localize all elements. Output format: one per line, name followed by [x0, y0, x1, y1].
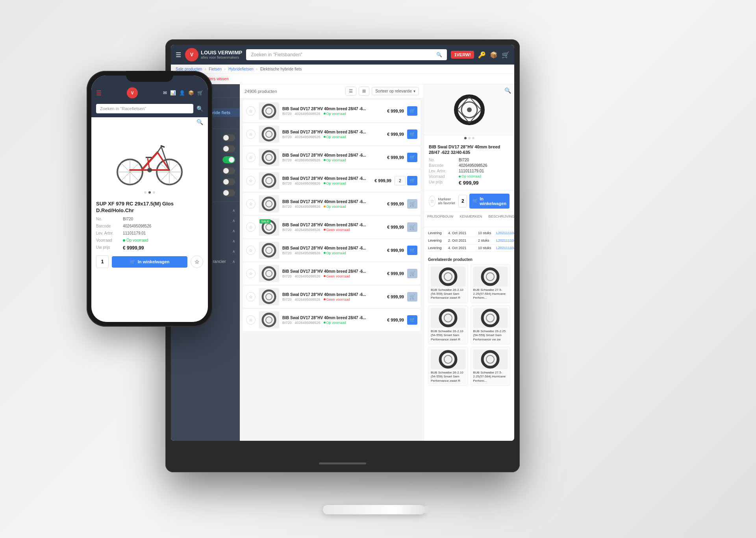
toggle-sale[interactable] [222, 156, 235, 163]
stock-indicator [324, 322, 326, 324]
product-sku: BI720 [282, 321, 292, 325]
product-qty[interactable]: 2 [395, 176, 406, 185]
related-card[interactable]: BUB Schwalbe 27.5-2.25(57-584) Hurricane… [471, 347, 511, 386]
tab-prijsopbouw[interactable]: PRIJSOPBOUW [424, 212, 457, 227]
tablet-cart-icon[interactable]: 🛒 [502, 51, 510, 59]
svg-point-44 [440, 269, 456, 285]
history-row: Levering 4. Oct 2021 10 stuks L202111104… [428, 244, 510, 252]
history-link[interactable]: L20211110414 [496, 238, 514, 242]
product-fav-btn[interactable]: ☆ [246, 129, 256, 139]
product-thumbnail [259, 288, 279, 305]
tablet-search-bar[interactable]: Zoeken in "Fietsbanden" 🔍 [246, 49, 447, 60]
chevron-down-icon: ∧ [232, 218, 235, 223]
product-cart-btn[interactable]: 🛒 [407, 292, 417, 301]
product-fav-btn[interactable]: ☆ [246, 246, 256, 255]
rp-favorite-button[interactable]: ☆ [429, 196, 435, 207]
rp-stock-badge: Op voorraad [459, 174, 481, 179]
product-cart-btn[interactable]: 🛒 [407, 176, 417, 185]
chart-icon[interactable]: 📊 [170, 90, 176, 96]
toggle-nieuw[interactable] [222, 178, 235, 185]
phone-cart-row: 1 🛒 In winkelwagen ☆ [96, 255, 203, 268]
toggle-favorieten[interactable] [222, 134, 235, 141]
dot-3[interactable] [472, 137, 474, 139]
product-cart-btn[interactable]: 🛒 [407, 246, 417, 255]
toggle-knob [223, 179, 229, 185]
table-row: ☆ BIB Swal DV17 28"HV 40mm breed 28/47 -… [243, 123, 421, 145]
table-row: ☆ BIB Swal DV17 28"HV 40mm breed 28/47 -… [243, 286, 421, 308]
phone-zoom-bar: 🔍 [91, 117, 208, 127]
product-fav-btn[interactable]: ☆ [246, 176, 256, 185]
hamburger-icon[interactable]: ☰ [96, 89, 102, 97]
phone-product-dots [91, 191, 208, 194]
tablet-hamburger-icon[interactable]: ☰ [176, 51, 181, 59]
history-qty: 10 stuks [478, 231, 494, 235]
tablet-key-icon[interactable]: 🔑 [478, 51, 486, 59]
dot-1[interactable] [464, 137, 467, 139]
history-date: 4. Oct 2021 [448, 246, 476, 250]
related-card[interactable]: BUB Schwalbe 26-2.10 (54-559) Smart Sam … [428, 347, 468, 386]
tablet-search-icon[interactable]: 🔍 [436, 52, 442, 57]
dot-2[interactable] [148, 191, 151, 194]
rp-cart-button[interactable]: 🛒 In winkelwagen [469, 194, 510, 209]
product-list: ☆ BIB Swal DV17 28"HV 40mm breed 28/47 -… [240, 98, 424, 441]
toggle-opop[interactable] [222, 167, 235, 174]
product-fav-btn[interactable]: ☆ [246, 292, 256, 301]
product-fav-btn[interactable]: ☆ [246, 199, 256, 209]
product-cart-btn[interactable]: 🛒 [407, 315, 417, 325]
product-cart-btn[interactable]: 🛒 [407, 153, 417, 162]
product-fav-btn[interactable]: ☆ [246, 106, 256, 116]
sort-dropdown[interactable]: Sorteer op relevantie ▾ [372, 87, 419, 95]
product-price: € 999,99 [387, 318, 404, 322]
phone-search-icon[interactable]: 🔍 [196, 105, 203, 112]
tab-kenmerken[interactable]: KENMERKEN [457, 212, 485, 227]
history-link[interactable]: L20211110414 [496, 231, 514, 235]
related-card[interactable]: BUB Schwalbe 26-2.10 (54-559) Smart Sam … [428, 264, 468, 303]
cart-icon[interactable]: 🛒 [197, 90, 203, 96]
dot-2[interactable] [468, 137, 471, 139]
dot-1[interactable] [144, 191, 146, 194]
related-card[interactable]: BUB Schwalbe 26-2.25 (54-559) Smart Sam … [471, 305, 511, 344]
tablet-user-badge[interactable]: 1VERW! [451, 51, 474, 59]
toggle-opvoorraad[interactable] [222, 145, 235, 152]
phone-search-input[interactable]: Zoeken in "Racefietsen" [96, 104, 193, 113]
svg-point-43 [467, 107, 472, 112]
product-barcode: 4026495098526 [295, 205, 321, 209]
product-fav-btn[interactable]: ☆ [246, 222, 256, 232]
zoom-icon[interactable]: 🔍 [196, 119, 203, 125]
product-cart-btn[interactable]: 🛒 [407, 129, 417, 139]
product-fav-btn[interactable]: ☆ [246, 269, 256, 278]
phone-qty[interactable]: 1 [96, 255, 109, 268]
dot-3[interactable] [153, 191, 155, 194]
phone-favorite-button[interactable]: ☆ [191, 255, 203, 268]
history-link[interactable]: L20211110414 [496, 246, 514, 250]
product-cart-btn[interactable]: 🛒 [407, 199, 417, 209]
view-list-button[interactable]: ☰ [345, 87, 356, 96]
product-fav-btn[interactable]: ☆ [246, 315, 256, 325]
history-row: Levering 4. Oct 2021 10 stuks L202111104… [428, 229, 510, 237]
toggle-uitlopend[interactable] [222, 189, 235, 196]
product-actions: 2 🛒 [395, 176, 417, 185]
product-barcode: 4026495098526 [295, 228, 321, 232]
product-cart-btn[interactable]: 🛒 [407, 269, 417, 278]
user-icon[interactable]: 👤 [179, 90, 185, 96]
breadcrumb-hybrid[interactable]: Hybridefietsen [228, 67, 254, 71]
product-cart-btn[interactable]: 🛒 [407, 106, 417, 116]
related-card[interactable]: BUB Schwalbe 26-2.10 (54-559) Smart Sam … [428, 305, 468, 344]
mail-icon[interactable]: ✉ [163, 90, 167, 96]
phone-cart-button[interactable]: 🛒 In winkelwagen [112, 256, 187, 268]
tab-beschrijving[interactable]: BESCHRIJVING [485, 212, 514, 227]
product-stock: Op voorraad [324, 205, 346, 209]
product-stock: Op voorraad [324, 181, 346, 185]
tablet-home-bar [319, 462, 366, 464]
tablet-box-icon[interactable]: 📦 [490, 51, 498, 59]
product-cart-btn[interactable]: 🛒 [407, 222, 417, 232]
product-info: BIB Swal DV17 28"HV 40mm breed 28/47 -6.… [282, 269, 384, 278]
zoom-icon[interactable]: 🔍 [504, 87, 511, 94]
svg-point-30 [266, 201, 272, 207]
view-grid-button[interactable]: ⊞ [359, 87, 369, 96]
table-row: ☆ BIB Swal DV17 28"HV 40mm breed 28/47 -… [243, 263, 421, 285]
rp-qty[interactable]: 2 [458, 195, 467, 207]
box-icon[interactable]: 📦 [188, 90, 194, 96]
related-card[interactable]: BUB Schwalbe 27.5-2.25(57-584) Hurricane… [471, 264, 511, 303]
product-fav-btn[interactable]: ☆ [246, 153, 256, 162]
